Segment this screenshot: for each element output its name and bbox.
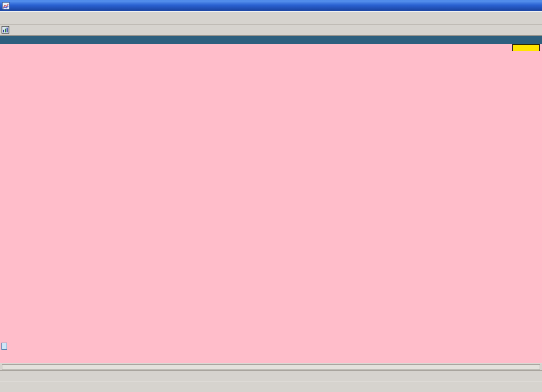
bottom-tabs-row: [0, 370, 542, 382]
chart-area: [0, 44, 542, 363]
chart-overlay: [0, 44, 542, 363]
no-orders-label: [1, 343, 7, 350]
title-bar: [0, 0, 542, 11]
chart-document-icon: [1, 26, 9, 34]
scroll-track[interactable]: [2, 364, 540, 370]
last-price-badge: [512, 44, 540, 51]
app-icon: [2, 2, 10, 10]
chart-scroll-row: [0, 363, 542, 370]
status-bar: [0, 382, 542, 392]
chart-header-bar: [0, 36, 542, 44]
menu-bar: [0, 24, 542, 36]
toolbar: [0, 11, 542, 24]
